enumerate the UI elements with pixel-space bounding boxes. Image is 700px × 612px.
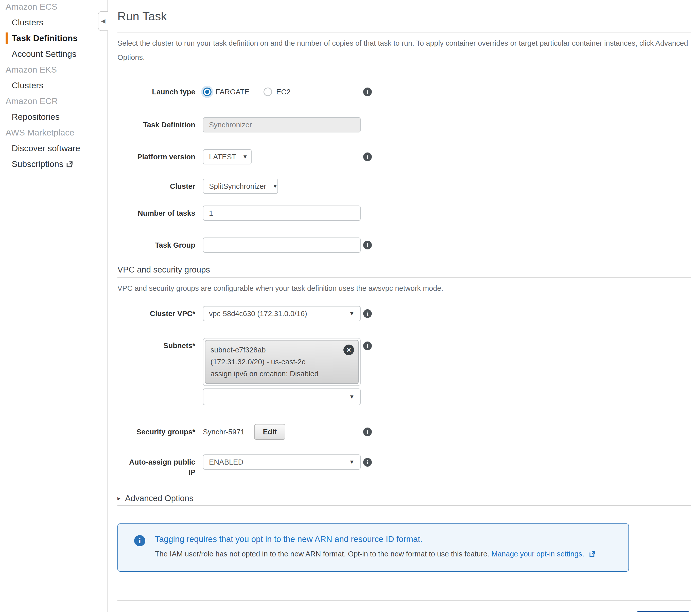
sidebar-section-amazon-ecr: Amazon ECR xyxy=(0,96,107,106)
cluster-label: Cluster xyxy=(117,181,195,191)
page-title: Run Task xyxy=(117,9,691,23)
chevron-down-icon: ▼ xyxy=(349,459,355,465)
chevron-down-icon: ▼ xyxy=(349,393,355,400)
page-description: Select the cluster to run your task defi… xyxy=(117,36,691,65)
task-group-input[interactable] xyxy=(203,237,361,253)
sidebar: Amazon ECS Clusters Task Definitions Acc… xyxy=(0,0,108,612)
divider xyxy=(117,600,691,601)
advanced-options-toggle[interactable]: ▸ Advanced Options xyxy=(117,493,691,503)
banner-title: Tagging requires that you opt in to the … xyxy=(155,533,596,545)
task-definition-input xyxy=(203,117,361,133)
sidebar-section-amazon-ecs: Amazon ECS xyxy=(0,1,107,12)
sidebar-item-repositories[interactable]: Repositories xyxy=(0,112,107,122)
subnet-chip-line3: assign ipv6 on creation: Disabled xyxy=(211,368,340,380)
sidebar-section-aws-marketplace: AWS Marketplace xyxy=(0,127,107,138)
banner-body: Tagging requires that you opt in to the … xyxy=(155,533,596,559)
banner-text: The IAM user/role has not opted in to th… xyxy=(155,549,596,559)
cluster-vpc-value: vpc-58d4c630 (172.31.0.0/16) xyxy=(209,309,307,318)
radio-label-ec2: EC2 xyxy=(276,88,290,96)
expand-arrow-icon: ▸ xyxy=(117,495,120,502)
launch-type-row: Launch type FARGATE EC2 i xyxy=(117,84,691,99)
main-content: Run Task Select the cluster to run your … xyxy=(108,0,700,612)
task-definition-label: Task Definition xyxy=(117,120,195,130)
info-icon[interactable]: i xyxy=(363,428,372,436)
number-of-tasks-input[interactable] xyxy=(203,206,361,221)
info-icon[interactable]: i xyxy=(363,309,372,318)
sidebar-section-amazon-eks: Amazon EKS xyxy=(0,65,107,74)
info-icon[interactable]: i xyxy=(363,153,372,161)
security-groups-row: Security groups* Synchr-5971 Edit i xyxy=(117,424,691,440)
active-indicator-bar xyxy=(5,32,8,44)
launch-type-label: Launch type xyxy=(117,87,195,97)
cluster-value: SplitSynchronizer xyxy=(209,182,266,191)
subnets-add-select[interactable]: ▼ xyxy=(203,388,361,405)
chevron-down-icon: ▼ xyxy=(349,310,355,317)
divider xyxy=(117,505,691,506)
sidebar-item-eks-clusters[interactable]: Clusters xyxy=(0,80,107,90)
sidebar-item-label: Subscriptions xyxy=(12,159,63,169)
task-definition-row: Task Definition xyxy=(117,117,691,133)
security-groups-value: Synchr-5971 xyxy=(203,428,244,436)
divider xyxy=(117,277,691,278)
auto-assign-ip-select[interactable]: ENABLED ▼ xyxy=(203,455,361,470)
subnet-chip-line1: subnet-e7f328ab xyxy=(211,344,340,356)
cluster-vpc-label: Cluster VPC* xyxy=(117,308,195,319)
manage-opt-in-settings-link[interactable]: Manage your opt-in settings. xyxy=(491,550,584,558)
cluster-select[interactable]: SplitSynchronizer ▼ xyxy=(203,179,278,194)
tagging-info-banner: i Tagging requires that you opt in to th… xyxy=(117,524,629,572)
sidebar-item-discover-software[interactable]: Discover software xyxy=(0,143,107,153)
remove-subnet-icon[interactable]: ✕ xyxy=(343,345,354,355)
platform-version-value: LATEST xyxy=(209,153,236,161)
security-groups-label: Security groups* xyxy=(117,427,195,437)
advanced-options-label: Advanced Options xyxy=(125,493,194,503)
edit-security-groups-button[interactable]: Edit xyxy=(254,424,285,440)
task-group-label: Task Group xyxy=(117,240,195,250)
auto-assign-ip-label-line2: IP xyxy=(117,467,195,477)
info-icon[interactable]: i xyxy=(363,241,372,249)
sidebar-item-subscriptions[interactable]: Subscriptions xyxy=(0,159,107,169)
cluster-row: Cluster SplitSynchronizer ▼ xyxy=(117,179,691,194)
platform-version-row: Platform version LATEST ▼ i xyxy=(117,149,691,164)
radio-unselected-icon[interactable] xyxy=(263,87,272,96)
subnet-chip-line2: (172.31.32.0/20) - us-east-2c xyxy=(211,356,340,368)
subnets-row: Subnets* subnet-e7f328ab (172.31.32.0/20… xyxy=(117,338,691,405)
sidebar-item-ecs-clusters[interactable]: Clusters xyxy=(0,17,107,27)
divider xyxy=(117,32,691,32)
auto-assign-ip-label: Auto-assign public IP xyxy=(117,455,195,477)
sidebar-item-task-definitions[interactable]: Task Definitions xyxy=(0,33,107,43)
radio-option-ec2[interactable]: EC2 xyxy=(263,87,290,96)
info-icon: i xyxy=(134,535,145,546)
external-link-icon xyxy=(66,161,74,168)
auto-assign-ip-value: ENABLED xyxy=(209,458,243,467)
auto-assign-ip-label-line1: Auto-assign public xyxy=(117,457,195,467)
auto-assign-ip-row: Auto-assign public IP ENABLED ▼ i xyxy=(117,455,691,477)
platform-version-select[interactable]: LATEST ▼ xyxy=(203,149,252,164)
banner-message: The IAM user/role has not opted in to th… xyxy=(155,550,489,558)
cluster-vpc-row: Cluster VPC* vpc-58d4c630 (172.31.0.0/16… xyxy=(117,306,691,321)
subnet-chip: subnet-e7f328ab (172.31.32.0/20) - us-ea… xyxy=(205,340,359,384)
chevron-down-icon: ▼ xyxy=(272,183,278,190)
cluster-vpc-select[interactable]: vpc-58d4c630 (172.31.0.0/16) ▼ xyxy=(203,306,361,321)
task-group-row: Task Group i xyxy=(117,237,691,253)
radio-option-fargate[interactable]: FARGATE xyxy=(203,87,249,96)
vpc-section-title: VPC and security groups xyxy=(117,264,691,275)
collapse-arrow-icon: ◀ xyxy=(101,18,105,24)
radio-selected-icon[interactable] xyxy=(203,87,212,96)
info-icon[interactable]: i xyxy=(363,87,372,96)
info-icon[interactable]: i xyxy=(363,342,372,350)
chevron-down-icon: ▼ xyxy=(242,153,248,160)
radio-label-fargate: FARGATE xyxy=(216,88,249,96)
launch-type-radio-group: FARGATE EC2 xyxy=(203,84,305,99)
platform-version-label: Platform version xyxy=(117,152,195,162)
info-icon[interactable]: i xyxy=(363,458,372,467)
sidebar-item-label: Task Definitions xyxy=(12,33,77,43)
vpc-section-description: VPC and security groups are configurable… xyxy=(117,283,691,293)
number-of-tasks-row: Number of tasks xyxy=(117,206,691,221)
sidebar-collapse-tab[interactable]: ◀ xyxy=(98,11,108,31)
subnets-label: Subnets* xyxy=(117,338,195,351)
number-of-tasks-label: Number of tasks xyxy=(117,208,195,218)
sidebar-item-account-settings[interactable]: Account Settings xyxy=(0,49,107,59)
external-link-icon xyxy=(589,550,596,557)
subnets-selected-list: subnet-e7f328ab (172.31.32.0/20) - us-ea… xyxy=(203,338,361,386)
